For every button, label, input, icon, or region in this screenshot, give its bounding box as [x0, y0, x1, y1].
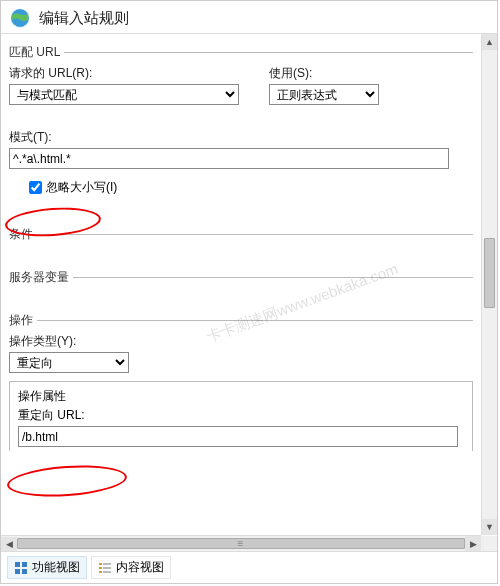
footer-tabs: 功能视图 内容视图 [1, 551, 497, 583]
scroll-down-arrow-icon[interactable]: ▼ [482, 519, 497, 535]
annotation-circle [6, 462, 128, 500]
window-frame: 编辑入站规则 匹配 URL 请求的 URL(R): 与模式匹配 使用(S): [0, 0, 498, 584]
pattern-label: 模式(T): [9, 129, 473, 146]
tab-label: 内容视图 [116, 559, 164, 576]
titlebar: 编辑入站规则 [1, 1, 497, 33]
list-icon [98, 561, 112, 575]
svg-rect-6 [99, 563, 102, 565]
section-match-url: 匹配 URL 请求的 URL(R): 与模式匹配 使用(S): 正则表达式 [9, 44, 473, 210]
svg-rect-5 [22, 569, 27, 574]
window-title: 编辑入站规则 [39, 9, 129, 28]
svg-rect-4 [15, 569, 20, 574]
ignore-case-checkbox[interactable] [29, 181, 42, 194]
scroll-thumb[interactable] [484, 238, 495, 308]
content-area: 匹配 URL 请求的 URL(R): 与模式匹配 使用(S): 正则表达式 [1, 33, 497, 551]
action-properties-group: 操作属性 重定向 URL: [9, 381, 473, 451]
tab-content-view[interactable]: 内容视图 [91, 556, 171, 579]
ignore-case-label: 忽略大小写(I) [46, 179, 117, 196]
svg-rect-8 [99, 567, 102, 569]
tab-label: 功能视图 [32, 559, 80, 576]
svg-rect-3 [22, 562, 27, 567]
section-server-vars: 服务器变量 [9, 269, 473, 306]
use-label: 使用(S): [269, 65, 379, 82]
svg-rect-9 [103, 567, 111, 569]
requested-url-select[interactable]: 与模式匹配 [9, 84, 239, 105]
section-legend-action: 操作 [9, 312, 37, 329]
tab-feature-view[interactable]: 功能视图 [7, 556, 87, 579]
horizontal-scrollbar[interactable]: ◀ ≡ ▶ [1, 535, 481, 551]
section-legend-match: 匹配 URL [9, 44, 64, 61]
svg-rect-11 [103, 571, 111, 573]
grid-icon [14, 561, 28, 575]
use-select[interactable]: 正则表达式 [269, 84, 379, 105]
scroll-track[interactable] [482, 50, 497, 519]
requested-url-label: 请求的 URL(R): [9, 65, 239, 82]
section-conditions: 条件 [9, 226, 473, 263]
action-type-select[interactable]: 重定向 [9, 352, 129, 373]
action-type-label: 操作类型(Y): [9, 333, 473, 350]
redirect-url-input[interactable] [18, 426, 458, 447]
svg-rect-7 [103, 563, 111, 565]
pattern-input[interactable] [9, 148, 449, 169]
action-properties-label: 操作属性 [18, 388, 464, 405]
globe-icon [9, 7, 31, 29]
hscroll-thumb[interactable]: ≡ [17, 538, 465, 549]
scroll-corner [481, 536, 497, 551]
scroll-left-arrow-icon[interactable]: ◀ [1, 537, 17, 552]
vertical-scrollbar[interactable]: ▲ ▼ [481, 34, 497, 535]
section-legend-conditions: 条件 [9, 226, 37, 243]
scroll-up-arrow-icon[interactable]: ▲ [482, 34, 497, 50]
scroll-right-arrow-icon[interactable]: ▶ [465, 536, 481, 551]
redirect-url-label: 重定向 URL: [18, 407, 464, 424]
section-action: 操作 操作类型(Y): 重定向 操作属性 重定向 URL: [9, 312, 473, 451]
svg-rect-2 [15, 562, 20, 567]
svg-rect-10 [99, 571, 102, 573]
section-legend-servervars: 服务器变量 [9, 269, 73, 286]
